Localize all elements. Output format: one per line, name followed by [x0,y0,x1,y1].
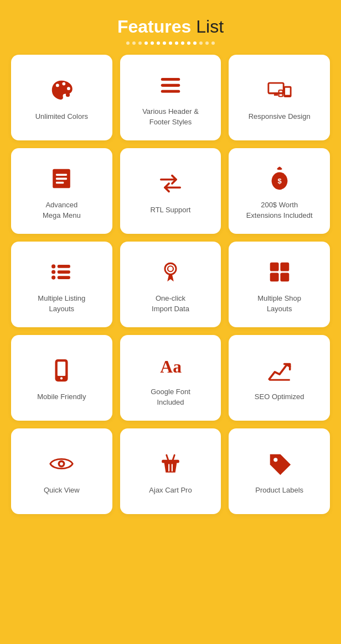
card-mega-menu: AdvancedMega Menu [11,148,112,234]
card-google-font: Aa Google FontIncluded [120,335,221,421]
svg-rect-7 [161,78,180,81]
card-label-header-footer: Various Header &Footer Styles [142,107,199,127]
card-shop-layouts: Multiple ShopLayouts [229,242,330,327]
card-responsive: Responsive Design [229,55,330,140]
svg-rect-34 [280,273,289,282]
card-quick-view: Quick View [11,428,112,514]
svg-point-42 [60,463,63,466]
svg-point-29 [165,264,176,275]
arrows-rtl-icon [158,171,183,196]
basket-icon [158,451,183,477]
card-label-one-click: One-clickImport Data [152,294,189,313]
svg-rect-10 [268,83,283,93]
svg-rect-8 [161,84,180,87]
card-label-unlimited-colors: Unlimited Colors [35,112,88,122]
svg-rect-24 [58,265,70,268]
card-label-shop-layouts: Multiple ShopLayouts [257,294,301,313]
svg-rect-26 [58,270,70,274]
svg-rect-20 [56,182,64,184]
card-listing-layouts: Multiple ListingLayouts [11,242,112,327]
svg-rect-31 [270,263,278,271]
svg-rect-14 [284,95,291,96]
svg-point-38 [60,378,63,380]
card-header-footer: Various Header &Footer Styles [120,55,221,140]
svg-rect-18 [56,174,67,176]
responsive-icon [267,77,292,103]
menu-lines-icon [158,72,183,98]
svg-rect-11 [268,93,283,95]
svg-rect-19 [56,178,67,180]
list-layout-icon [49,259,74,285]
page-title: Features List [11,17,330,37]
card-extensions: $ 200$ WorthExtensions Includedt [229,148,330,234]
card-label-product-labels: Product Labels [255,485,303,495]
card-label-rtl-support: RTL Support [150,205,190,215]
svg-text:$: $ [277,177,281,185]
palette-icon [49,77,74,103]
svg-rect-12 [274,95,278,96]
card-seo: SEO Optimized [229,335,330,421]
card-unlimited-colors: Unlimited Colors [11,55,112,140]
svg-point-30 [168,266,173,272]
svg-rect-28 [58,276,70,280]
card-label-mobile-friendly: Mobile Friendly [37,392,86,402]
svg-text:Aa: Aa [160,357,182,376]
svg-rect-32 [280,263,289,271]
grid-blocks-icon [267,259,292,285]
svg-rect-9 [161,90,180,93]
svg-point-4 [56,84,59,87]
card-mobile-friendly: Mobile Friendly [11,335,112,421]
card-label-responsive: Responsive Design [249,112,311,122]
money-bag-icon: $ [267,166,292,191]
tag-icon [267,451,292,477]
svg-point-6 [67,87,70,91]
card-ajax-cart: Ajax Cart Pro [120,428,221,514]
svg-point-23 [51,265,55,269]
svg-rect-33 [270,273,278,282]
card-label-mega-menu: AdvancedMega Menu [43,200,81,220]
card-label-extensions: 200$ WorthExtensions Includedt [246,200,313,220]
card-label-quick-view: Quick View [44,485,80,495]
svg-line-44 [167,455,168,460]
features-grid: Unlimited Colors Various Header &Footer … [11,55,330,514]
document-list-icon [49,166,74,191]
page-header: Features List [11,17,330,45]
card-product-labels: Product Labels [229,428,330,514]
svg-point-27 [51,276,55,280]
eye-icon [49,451,74,477]
touch-icon [158,259,183,285]
card-label-listing-layouts: Multiple ListingLayouts [38,294,85,313]
svg-rect-15 [287,96,288,97]
svg-rect-43 [162,460,179,463]
card-rtl-support: RTL Support [120,148,221,234]
svg-point-48 [273,458,277,462]
svg-point-5 [63,82,66,86]
dots-divider [11,41,330,45]
font-icon: Aa [158,353,183,378]
card-label-google-font: Google FontIncluded [151,387,190,407]
svg-rect-37 [58,362,65,376]
svg-point-25 [51,270,55,274]
mobile-icon [49,358,74,383]
card-label-ajax-cart: Ajax Cart Pro [149,485,192,495]
card-one-click: One-clickImport Data [120,242,221,327]
svg-line-45 [173,455,174,460]
card-label-seo: SEO Optimized [255,392,304,402]
chart-up-icon [267,358,292,383]
